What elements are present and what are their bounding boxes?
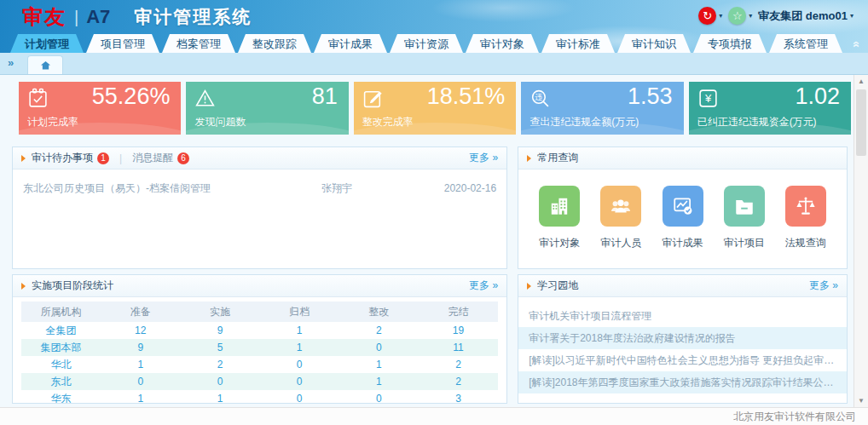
- tab-audit-results[interactable]: 审计成果: [314, 34, 387, 53]
- svg-text:¥: ¥: [704, 92, 712, 105]
- stat-cell[interactable]: 0: [260, 373, 339, 390]
- stat-cell[interactable]: 1: [101, 390, 180, 404]
- quick-query-audit-object[interactable]: 审计对象: [539, 186, 580, 250]
- stat-cell[interactable]: 1: [260, 322, 339, 339]
- stat-cell[interactable]: 2: [339, 322, 419, 339]
- org-link[interactable]: 集团本部: [21, 339, 101, 356]
- stat-cell[interactable]: 9: [101, 339, 180, 356]
- logo-divider: |: [74, 8, 78, 27]
- messages-tab[interactable]: 消息提醒: [132, 151, 173, 165]
- stat-cell[interactable]: 0: [101, 373, 180, 390]
- stat-cell[interactable]: 12: [101, 322, 180, 339]
- panel-marker-icon: [527, 283, 531, 290]
- panel-marker-icon: [527, 155, 531, 162]
- org-link[interactable]: 全集团: [21, 322, 101, 339]
- todo-more-link[interactable]: 更多 »: [469, 151, 498, 165]
- tab-audit-resources[interactable]: 审计资源: [390, 34, 463, 53]
- kpi-plan-completion: 55.26% 计划完成率: [19, 82, 181, 135]
- stat-cell[interactable]: 1: [101, 356, 180, 373]
- stat-cell[interactable]: 1: [180, 390, 259, 404]
- stat-cell[interactable]: 2: [180, 356, 259, 373]
- quick-query-regulation-search[interactable]: 法规查询: [785, 186, 826, 250]
- stat-cell[interactable]: 3: [419, 390, 498, 404]
- tab-audit-objects[interactable]: 审计对象: [466, 34, 539, 53]
- stat-cell[interactable]: 1: [260, 339, 339, 356]
- scroll-up-icon[interactable]: ▲: [854, 75, 868, 88]
- stat-cell[interactable]: 0: [260, 390, 339, 404]
- learning-item[interactable]: [解读]以习近平新时代中国特色社会主义思想为指导 更好担负起审计工作新职责新..…: [518, 349, 847, 371]
- kpi-rectification-completion: 18.51% 整改完成率: [354, 82, 516, 135]
- tab-archive-management[interactable]: 档案管理: [162, 34, 235, 53]
- stage-stats-panel: 实施项目阶段统计 更多 » 所属机构 准备 实施 归档 整改 完结: [12, 274, 507, 404]
- product-name: A7: [86, 6, 110, 28]
- learning-header: 学习园地 更多 »: [518, 275, 847, 297]
- learning-item[interactable]: 审计机关审计项目流程管理: [518, 305, 847, 327]
- stat-cell[interactable]: 5: [180, 339, 259, 356]
- expand-menu-icon[interactable]: »: [8, 56, 14, 69]
- tab-rectification-tracking[interactable]: 整改跟踪: [238, 34, 311, 53]
- stage-stats-header: 实施项目阶段统计 更多 »: [13, 275, 506, 297]
- stat-cell[interactable]: 11: [419, 339, 498, 356]
- stat-cell[interactable]: 0: [339, 390, 419, 404]
- stat-cell[interactable]: 0: [180, 373, 259, 390]
- scrollbar-thumb[interactable]: [856, 89, 866, 156]
- refresh-icon[interactable]: ↻: [698, 7, 716, 25]
- learning-item[interactable]: [解读]2018年第四季度国家重大政策措施落实情况跟踪审计结果公告解读: [518, 371, 847, 393]
- org-link[interactable]: 东北: [21, 373, 101, 390]
- violation-search-icon: 违: [529, 88, 551, 109]
- messages-count-badge: 6: [177, 152, 189, 164]
- learning-panel: 学习园地 更多 » 审计机关审计项目流程管理 审计署关于2018年度法治政府建设…: [518, 274, 848, 404]
- chevron-down-icon[interactable]: ▾: [749, 12, 752, 20]
- chevron-down-icon[interactable]: ▾: [719, 12, 722, 20]
- stat-cell[interactable]: 0: [339, 339, 419, 356]
- stat-cell[interactable]: 2: [419, 373, 498, 390]
- todo-tab[interactable]: 审计待办事项: [32, 151, 93, 165]
- user-area: ↻ ▾ ☆ ▾ 审友集团 demo01 ▾: [698, 7, 859, 25]
- star-icon[interactable]: ☆: [728, 7, 746, 25]
- tab-special-reporting[interactable]: 专项填报: [693, 34, 767, 53]
- stat-cell[interactable]: 1: [339, 373, 419, 390]
- todo-list-item[interactable]: 东北公司历史项目（易天）-档案借阅管理 张翔宇 2020-02-16: [13, 175, 506, 201]
- collapse-up-icon[interactable]: «: [850, 41, 864, 48]
- people-group-icon: [600, 186, 641, 227]
- chevron-down-icon[interactable]: ▾: [850, 12, 854, 20]
- todo-count-badge: 1: [97, 152, 109, 164]
- tab-project-management[interactable]: 项目管理: [86, 34, 159, 53]
- quick-query-title: 常用查询: [537, 151, 578, 165]
- building-icon: [539, 186, 580, 227]
- tab-system-management[interactable]: 系统管理: [769, 34, 842, 53]
- tab-audit-standards[interactable]: 审计标准: [541, 34, 615, 53]
- quick-query-header: 常用查询: [518, 147, 847, 169]
- stat-cell[interactable]: 2: [419, 356, 498, 373]
- todo-panel: 审计待办事项 1 | 消息提醒 6 更多 » 东北公司历史项目（易天）-档案借阅…: [12, 146, 507, 269]
- quick-query-label: 审计人员: [600, 236, 641, 250]
- yen-square-icon: ¥: [697, 88, 719, 109]
- quick-query-label: 审计项目: [724, 236, 765, 250]
- quick-query-audit-project[interactable]: 审计项目: [724, 186, 765, 250]
- org-link[interactable]: 华东: [21, 390, 101, 404]
- learning-more-link[interactable]: 更多 »: [809, 279, 838, 293]
- todo-item-title[interactable]: 东北公司历史项目（易天）-档案借阅管理: [23, 181, 321, 196]
- tab-plan-management[interactable]: 计划管理: [10, 34, 84, 53]
- stat-cell[interactable]: 1: [339, 356, 419, 373]
- table-row: 华东 1 1 0 0 3: [21, 390, 498, 404]
- user-menu[interactable]: 审友集团 demo01: [758, 9, 848, 24]
- scroll-down-icon[interactable]: ▼: [854, 394, 868, 407]
- stage-stats-more-link[interactable]: 更多 »: [469, 279, 498, 293]
- kpi-value: 55.26%: [92, 83, 171, 110]
- kpi-value: 1.02: [795, 83, 840, 110]
- table-row: 东北 0 0 0 1 2: [21, 373, 498, 390]
- vertical-scrollbar[interactable]: ▲ ▼: [854, 75, 868, 407]
- quick-query-audit-personnel[interactable]: 审计人员: [600, 186, 641, 250]
- quick-query-audit-results[interactable]: 审计成果: [663, 186, 703, 250]
- stat-cell[interactable]: 9: [180, 322, 259, 339]
- table-header-row: 所属机构 准备 实施 归档 整改 完结: [21, 302, 498, 322]
- learning-item[interactable]: 审计署关于2018年度法治政府建设情况的报告: [518, 327, 847, 349]
- stat-cell[interactable]: 19: [419, 322, 498, 339]
- tab-audit-knowledge[interactable]: 审计知识: [617, 34, 691, 53]
- stat-cell[interactable]: 0: [260, 356, 339, 373]
- kpi-label: 已纠正违纪违规资金(万元): [697, 115, 817, 129]
- home-tab[interactable]: [27, 55, 63, 74]
- org-link[interactable]: 华北: [21, 356, 101, 373]
- scales-icon: [785, 186, 826, 227]
